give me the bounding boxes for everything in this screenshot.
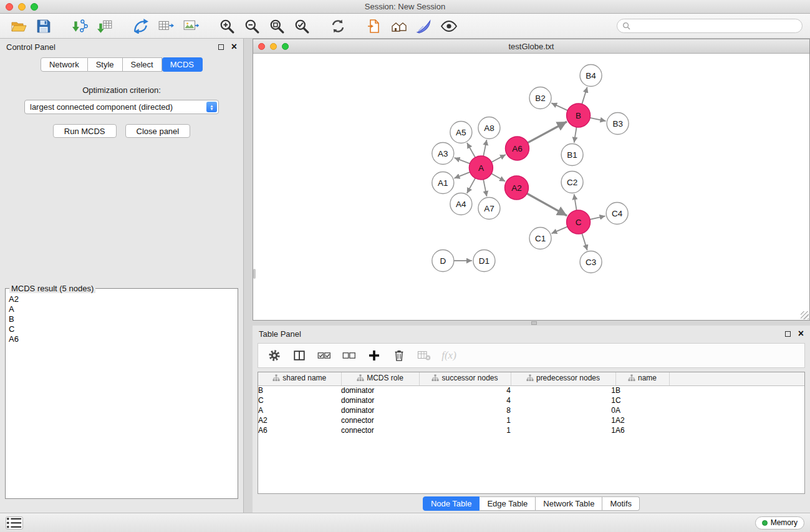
table-row[interactable]: Cdominator41C [258,395,804,405]
table-row[interactable]: A6connector11A6 [258,425,804,435]
table-cell[interactable]: dominator [341,405,419,415]
graph-edge-B-B4[interactable] [582,87,587,104]
graph-node-B2[interactable]: B2 [529,87,551,109]
tab-network-table[interactable]: Network Table [536,496,602,511]
run-mcds-button[interactable]: Run MCDS [53,124,117,138]
graph-edge-A-A6[interactable] [491,155,506,162]
graph-node-A5[interactable]: A5 [450,122,472,143]
column-header-successor-nodes[interactable]: successor nodes [419,372,511,385]
graph-edge-C-C2[interactable] [574,194,577,210]
zoom-window-button[interactable] [31,3,38,11]
table-cell[interactable]: 1 [511,415,615,425]
window-resize-grip[interactable] [801,311,809,319]
zoom-in-button[interactable] [216,17,238,36]
network-canvas[interactable]: B4B2BB3A8A5A6A3B1AC2A1A2A4A7C4CC1DD1C3 [253,54,809,320]
table-cell[interactable]: connector [341,425,419,435]
tab-edge-table[interactable]: Edge Table [480,496,536,511]
table-cell[interactable]: 1 [511,385,615,395]
close-window-button[interactable] [6,3,13,11]
table-cell[interactable]: A [258,405,341,415]
column-layout-button[interactable] [289,346,309,365]
tab-network[interactable]: Network [41,57,88,72]
table-cell[interactable]: 1 [511,395,615,405]
graph-edge-B-B1[interactable] [574,127,577,143]
add-column-button[interactable] [364,346,384,365]
table-cell[interactable]: A [615,405,669,415]
graph-node-A3[interactable]: A3 [432,143,454,165]
result-item[interactable]: A2 [9,294,234,304]
network-home-button[interactable] [388,17,410,36]
graph-node-D[interactable]: D [432,250,454,272]
save-session-button[interactable] [32,17,55,36]
graph-edge-C-C3[interactable] [582,233,587,250]
open-document-button[interactable] [363,17,385,36]
graph-edge-A-A4[interactable] [467,178,475,193]
table-cell[interactable]: 1 [419,425,511,435]
float-table-panel-icon[interactable] [785,331,791,337]
show-details-button[interactable] [438,17,460,36]
network-minimize-button[interactable] [270,43,277,50]
graph-node-B[interactable]: B [567,104,591,127]
float-panel-icon[interactable] [218,44,224,50]
column-header-name[interactable]: name [615,372,669,385]
close-table-panel-icon[interactable]: × [798,330,804,337]
table-cell[interactable]: C [615,395,669,405]
graph-node-A[interactable]: A [469,156,493,180]
table-settings-button[interactable] [264,346,284,365]
tab-motifs[interactable]: Motifs [602,496,640,511]
graph-edge-C-C1[interactable] [551,226,567,233]
table-cell[interactable]: 1 [511,425,615,435]
table-cell[interactable]: B [258,385,341,395]
graph-node-A6[interactable]: A6 [505,137,529,160]
minimize-window-button[interactable] [18,3,26,11]
search-input[interactable] [634,22,797,31]
memory-button[interactable]: Memory [755,516,804,530]
table-cell[interactable]: dominator [341,385,419,395]
graph-node-B1[interactable]: B1 [561,144,583,166]
zoom-selected-button[interactable] [291,17,313,36]
tab-mcds[interactable]: MCDS [162,57,203,72]
table-cell[interactable]: 1 [419,415,511,425]
close-panel-button[interactable]: Close panel [125,124,191,138]
graph-node-C2[interactable]: C2 [561,172,583,193]
graph-edge-A-A1[interactable] [455,172,470,178]
graph-edge-A6-B[interactable] [528,122,567,143]
graph-node-C1[interactable]: C1 [529,228,551,249]
table-row[interactable]: Adominator80A [258,405,804,415]
tab-node-table[interactable]: Node Table [423,496,480,511]
result-item[interactable]: C [9,324,234,334]
export-table-button[interactable] [155,17,177,36]
network-close-button[interactable] [258,43,265,50]
result-item[interactable]: A6 [9,334,234,344]
column-header-mcds-role[interactable]: MCDS role [341,372,419,385]
graph-node-B4[interactable]: B4 [580,65,602,87]
graph-node-B3[interactable]: B3 [607,113,629,135]
criterion-dropdown[interactable]: largest connected component (directed) ▲… [24,100,219,114]
task-history-button[interactable] [6,516,23,530]
zoom-fit-button[interactable] [266,17,288,36]
column-header-shared-name[interactable]: shared name [258,372,341,385]
graph-node-D1[interactable]: D1 [473,250,495,272]
graph-node-A4[interactable]: A4 [450,193,472,215]
graph-node-A7[interactable]: A7 [478,198,500,220]
import-table-button[interactable] [94,17,116,36]
column-header-predecessor-nodes[interactable]: predecessor nodes [511,372,615,385]
select-all-button[interactable] [314,346,334,365]
table-cell[interactable]: 0 [511,405,615,415]
graph-edge-A-A5[interactable] [467,143,475,157]
open-session-button[interactable] [7,17,30,36]
canvas-scrollbar[interactable] [253,269,256,279]
graph-node-A8[interactable]: A8 [478,117,500,139]
first-neighbors-button[interactable] [130,17,152,36]
import-network-button[interactable] [69,17,91,36]
table-cell[interactable]: 4 [419,385,511,395]
graph-edge-A-A3[interactable] [455,158,470,163]
close-panel-icon[interactable]: × [231,43,237,51]
search-field[interactable] [617,19,803,33]
graph-node-C3[interactable]: C3 [580,251,602,273]
graph-edge-B-B3[interactable] [590,118,605,121]
table-cell[interactable]: C [258,395,341,405]
result-item[interactable]: A [9,304,234,314]
graph-edge-B-B2[interactable] [551,103,567,110]
graph-node-A1[interactable]: A1 [432,172,454,194]
